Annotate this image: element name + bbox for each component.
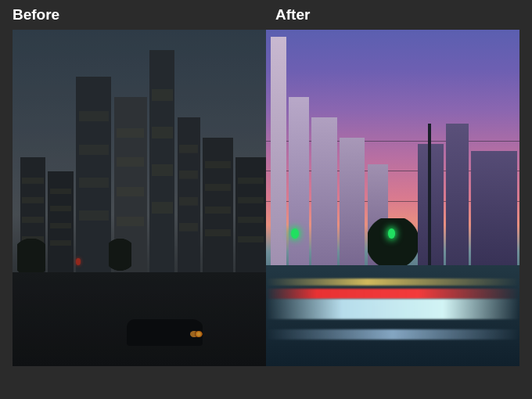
utility-pole: [428, 124, 431, 285]
light-trail: [266, 279, 519, 286]
building: [471, 151, 516, 265]
light-trail: [266, 299, 519, 319]
after-image: [266, 30, 519, 366]
building: [271, 37, 286, 265]
dark-overlay: [13, 30, 266, 366]
light-trail: [266, 329, 519, 340]
label-row: Before After: [0, 0, 532, 28]
before-image: [13, 30, 266, 366]
after-label: After: [275, 6, 310, 23]
building: [289, 97, 309, 265]
building: [311, 117, 336, 265]
building: [446, 124, 469, 265]
building: [340, 138, 365, 265]
traffic-light-green: [291, 228, 299, 239]
image-panels: [13, 30, 519, 366]
before-after-comparison: Before After: [0, 0, 532, 399]
before-label: Before: [13, 6, 275, 23]
traffic-light-green: [388, 228, 396, 239]
light-trail: [266, 289, 519, 299]
